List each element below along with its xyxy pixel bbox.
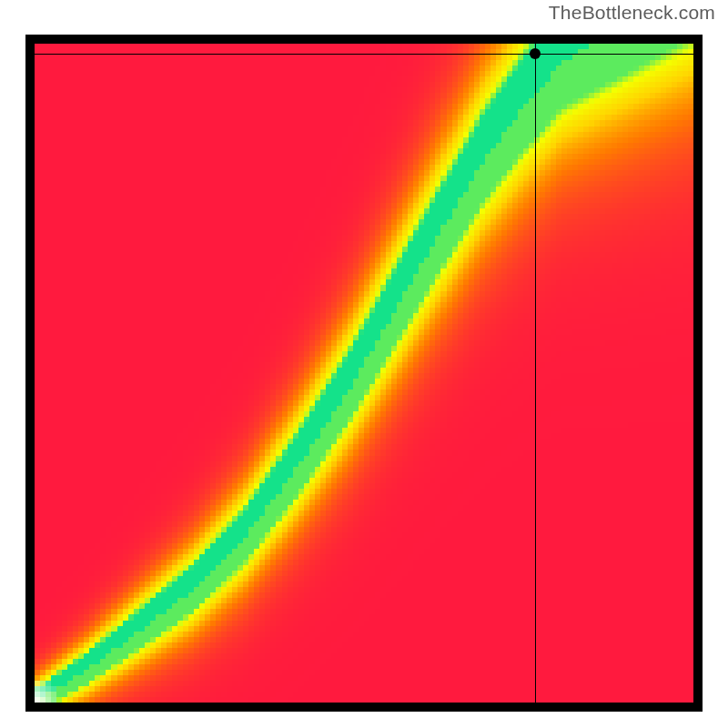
- site-attribution: TheBottleneck.com: [549, 2, 715, 24]
- bottleneck-heatmap: [35, 44, 693, 703]
- crosshair-horizontal: [35, 54, 693, 55]
- crosshair-vertical: [535, 44, 536, 703]
- selected-point-marker: [530, 48, 541, 59]
- plot-frame: [25, 35, 703, 712]
- heatmap-wrapper: [35, 44, 693, 703]
